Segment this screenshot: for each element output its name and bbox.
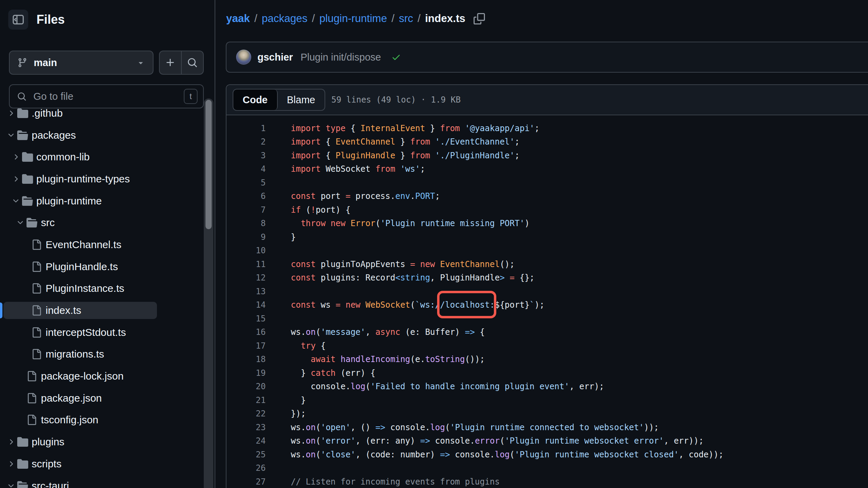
- code-line: 4import WebSocket from 'ws';: [226, 162, 868, 176]
- tree-item-src-tauri[interactable]: src-tauri: [0, 475, 214, 488]
- line-number[interactable]: 6: [226, 191, 266, 201]
- breadcrumb-link-yaak[interactable]: yaak: [226, 12, 250, 25]
- tree-item-plugin-runtime-types[interactable]: plugin-runtime-types: [0, 168, 214, 190]
- line-number[interactable]: 19: [226, 368, 266, 378]
- branch-row: main: [9, 51, 204, 75]
- collapse-sidebar-button[interactable]: [8, 10, 28, 30]
- sidebar-header: Files: [8, 10, 65, 30]
- code-text: });: [266, 409, 306, 418]
- tab-blame[interactable]: Blame: [278, 89, 325, 110]
- file-sidebar: Files main: [0, 0, 214, 488]
- folder-open-icon: [27, 217, 41, 228]
- branch-actions: [159, 51, 204, 75]
- line-number[interactable]: 2: [226, 137, 266, 147]
- tree-item-label: index.ts: [46, 305, 81, 316]
- line-number[interactable]: 9: [226, 232, 266, 242]
- line-number[interactable]: 4: [226, 164, 266, 174]
- code-line: 14const ws = new WebSocket(`ws://localho…: [226, 298, 868, 312]
- tree-item-package-lock.json[interactable]: package-lock.json: [0, 365, 214, 387]
- line-number[interactable]: 11: [226, 259, 266, 269]
- code-text: const plugins: Record<string, PluginHand…: [266, 273, 534, 283]
- code-line: 18 await handleIncoming(e.toString());: [226, 353, 868, 367]
- new-file-button[interactable]: [160, 51, 182, 74]
- code-text: const pluginToAppEvents = new EventChann…: [266, 259, 515, 269]
- line-number[interactable]: 3: [226, 151, 266, 160]
- breadcrumb-link-packages[interactable]: packages: [262, 12, 308, 25]
- code-blame-tabs: Code Blame: [233, 89, 325, 111]
- tree-item-label: scripts: [32, 458, 62, 470]
- tree-item-PluginInstance.ts[interactable]: PluginInstance.ts: [0, 278, 214, 300]
- line-number[interactable]: 25: [226, 450, 266, 459]
- line-number[interactable]: 16: [226, 327, 266, 337]
- avatar[interactable]: [236, 50, 251, 65]
- tree-item-migrations.ts[interactable]: migrations.ts: [0, 343, 214, 365]
- tree-item-EventChannel.ts[interactable]: EventChannel.ts: [0, 234, 214, 256]
- breadcrumb-link-plugin-runtime[interactable]: plugin-runtime: [319, 12, 387, 25]
- copy-path-button[interactable]: [474, 13, 485, 24]
- breadcrumb-link-src[interactable]: src: [399, 12, 413, 25]
- search-icon: [187, 57, 198, 68]
- chevron-right-icon: [7, 109, 17, 117]
- chevron-down-icon: [12, 197, 22, 205]
- sidebar-scrollbar-thumb[interactable]: [205, 100, 212, 229]
- line-number[interactable]: 18: [226, 354, 266, 364]
- tree-item-tsconfig.json[interactable]: tsconfig.json: [0, 409, 214, 431]
- line-number[interactable]: 10: [226, 246, 266, 255]
- tree-item-common-lib[interactable]: common-lib: [0, 146, 214, 168]
- tree-item-src[interactable]: src: [0, 212, 214, 234]
- line-number[interactable]: 20: [226, 382, 266, 391]
- tree-item-.github[interactable]: .github: [0, 102, 214, 124]
- tree-item-index.ts[interactable]: index.ts: [0, 299, 214, 321]
- folder-open-icon: [17, 130, 32, 141]
- code-body: 1import type { InternalEvent } from '@ya…: [226, 115, 868, 488]
- tree-item-scripts[interactable]: scripts: [0, 453, 214, 475]
- line-number[interactable]: 12: [226, 273, 266, 283]
- tree-item-interceptStdout.ts[interactable]: interceptStdout.ts: [0, 321, 214, 343]
- commit-message[interactable]: Plugin init/dispose: [300, 52, 381, 63]
- line-number[interactable]: 7: [226, 205, 266, 215]
- line-number[interactable]: 17: [226, 341, 266, 351]
- tree-item-package.json[interactable]: package.json: [0, 387, 214, 409]
- search-tree-button[interactable]: [182, 51, 203, 74]
- sidebar-title: Files: [36, 12, 65, 27]
- line-number[interactable]: 22: [226, 409, 266, 418]
- line-number[interactable]: 5: [226, 178, 266, 188]
- line-number[interactable]: 13: [226, 287, 266, 296]
- branch-selector[interactable]: main: [9, 51, 154, 75]
- tree-item-packages[interactable]: packages: [0, 124, 214, 146]
- code-line: 11const pluginToAppEvents = new EventCha…: [226, 257, 868, 271]
- shortcut-key-badge: t: [184, 89, 198, 104]
- tree-item-PluginHandle.ts[interactable]: PluginHandle.ts: [0, 256, 214, 278]
- tree-item-plugin-runtime[interactable]: plugin-runtime: [0, 190, 214, 212]
- folder-closed-icon: [17, 436, 32, 447]
- code-line: 27// Listen for incoming events from plu…: [226, 475, 868, 488]
- tree-item-plugins[interactable]: plugins: [0, 431, 214, 453]
- commit-author[interactable]: gschier: [257, 52, 293, 63]
- code-line: 7if (!port) {: [226, 203, 868, 217]
- code-text: try {: [266, 341, 326, 351]
- line-number[interactable]: 15: [226, 314, 266, 323]
- checks-status-icon[interactable]: [391, 52, 401, 62]
- line-number[interactable]: 1: [226, 124, 266, 133]
- line-number[interactable]: 8: [226, 219, 266, 228]
- line-number[interactable]: 27: [226, 477, 266, 487]
- line-number[interactable]: 14: [226, 300, 266, 310]
- code-line: 12const plugins: Record<string, PluginHa…: [226, 271, 868, 285]
- tab-code[interactable]: Code: [233, 89, 278, 110]
- code-line: 5: [226, 176, 868, 190]
- breadcrumb-current: index.ts: [425, 12, 465, 25]
- line-number[interactable]: 21: [226, 395, 266, 405]
- line-number[interactable]: 23: [226, 423, 266, 432]
- tree-item-label: src: [41, 217, 55, 229]
- folder-closed-icon: [17, 458, 32, 469]
- file-meta: 59 lines (49 loc) · 1.9 KB: [331, 95, 461, 105]
- line-number[interactable]: 26: [226, 463, 266, 473]
- code-line: 25ws.on('close', (code: number) => conso…: [226, 448, 868, 462]
- code-text: import type { InternalEvent } from '@yaa…: [266, 124, 540, 133]
- branch-name: main: [34, 57, 57, 68]
- line-number[interactable]: 24: [226, 436, 266, 446]
- code-line: 15: [226, 312, 868, 326]
- code-text: }: [266, 232, 296, 242]
- file-tree: .githubpackagescommon-libplugin-runtime-…: [0, 102, 214, 488]
- chevron-right-icon: [7, 438, 17, 446]
